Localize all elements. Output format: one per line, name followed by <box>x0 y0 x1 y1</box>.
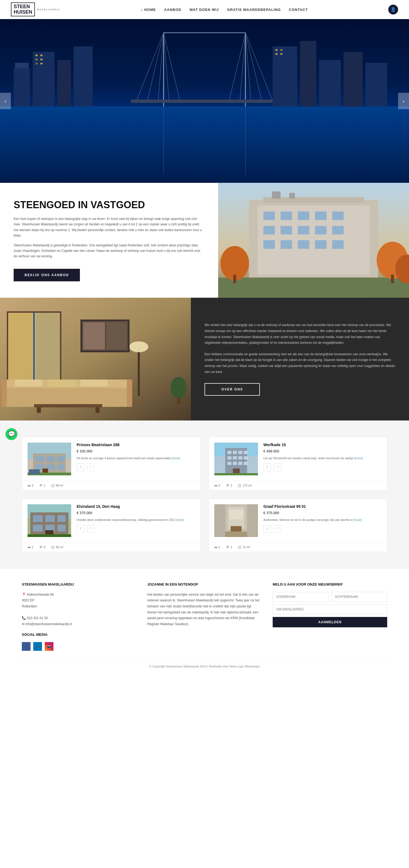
footer-address-line1: Aelbrechtskade 66 <box>27 593 54 596</box>
hero-prev-icon: ‹ <box>5 98 6 104</box>
svg-rect-51 <box>263 240 275 249</box>
over-ons-paragraph2: Een heldere communicatie en goede samenw… <box>205 351 395 375</box>
hero-overlay <box>0 19 409 183</box>
listing-desc-3: Ontdek deze schitterende maisonettewonin… <box>77 518 195 523</box>
svg-rect-43 <box>298 212 309 220</box>
listing-more-4[interactable]: [more] <box>353 518 362 522</box>
listing-desc-4: Authentiek, sfeervol en tot in de puntje… <box>263 518 381 523</box>
footer-email-link[interactable]: info@steenhuisenmakelaardij.nl <box>25 622 72 626</box>
email-icon: ✉ <box>22 622 25 626</box>
svg-rect-69 <box>7 311 8 388</box>
listing-title-4: Graaf Florisstraat 95 01 <box>263 504 381 508</box>
nav-item-home[interactable]: ⌂ HOME <box>140 7 156 12</box>
newsletter-email-input[interactable] <box>273 604 387 614</box>
footer-grid: STEENHUISEN MAKELAARDIJ 📍 Aelbrechtskade… <box>22 582 387 651</box>
phone-icon: 📞 <box>22 616 26 620</box>
user-icon: 👤 <box>390 7 396 12</box>
logo[interactable]: STEEN HUISEN MAKELAARDIJ <box>11 2 60 17</box>
steengoed-cta-button[interactable]: BEKIJK ONS AANBOD <box>13 269 80 281</box>
user-account-button[interactable]: 👤 <box>388 5 398 14</box>
over-ons-image <box>0 298 191 421</box>
footer-about-text: Het bieden van persoonlijke service van … <box>147 592 262 627</box>
listing-more-2[interactable]: [more] <box>354 457 363 460</box>
logo-box: STEEN HUISEN <box>11 2 35 17</box>
hero-next-button[interactable]: › <box>398 93 409 109</box>
nav-link-home[interactable]: ⌂ HOME <box>140 8 156 12</box>
listing-more-1[interactable]: [more] <box>172 457 180 460</box>
logo-line2: HUISEN <box>13 9 32 15</box>
over-ons-cta-button[interactable]: OVER ONS <box>205 383 260 396</box>
listing-desc-1: Dit lichte en zonnige 4-kamer appartemen… <box>77 456 195 461</box>
listing-favorite-3[interactable]: ♡ <box>87 525 95 533</box>
svg-point-82 <box>129 341 148 352</box>
footer-copyright: © Copyright Steenhuisen Makelaardij 2023… <box>22 659 387 668</box>
listing-area-4: ⬜ 72 m² <box>238 546 250 549</box>
hero-prev-button[interactable]: ‹ <box>0 93 11 109</box>
steengoed-content: STEENGOED IN VASTGOED Een huis kopen of … <box>0 183 218 298</box>
nav-item-waardebepaling[interactable]: GRATIS WAARDEBEPALING <box>227 7 281 12</box>
listing-favorite-1[interactable]: ♡ <box>87 463 95 471</box>
listing-share-2[interactable]: ⤴ <box>263 463 271 471</box>
linkedin-button[interactable]: in <box>33 642 42 651</box>
svg-rect-97 <box>58 456 64 462</box>
facebook-button[interactable]: f <box>22 642 31 651</box>
listing-favorite-4[interactable]: ♡ <box>274 525 281 533</box>
listings-grid: Prinses Beatrixlaan 288 € 335.000 Dit li… <box>22 437 387 552</box>
nav-label-waardebepaling: GRATIS WAARDEBEPALING <box>227 8 281 12</box>
listing-share-3[interactable]: ⤴ <box>77 525 84 533</box>
footer-newsletter-heading: MELD U AAN VOOR ONZE NIEUWSBRIEF <box>273 582 387 586</box>
nav-link-aanbod[interactable]: AANBOD <box>164 8 181 12</box>
svg-rect-127 <box>33 525 42 532</box>
listing-card-1: Prinses Beatrixlaan 288 € 335.000 Dit li… <box>22 437 200 490</box>
listing-share-4[interactable]: ⤴ <box>263 525 271 533</box>
footer-about: JOZANNE IN EEN NOTENDOP Het bieden van p… <box>147 582 262 651</box>
nav-item-wat-doen-wij[interactable]: WAT DOEN WIJ <box>190 7 219 12</box>
listing-more-3[interactable]: [more] <box>175 518 183 522</box>
navigation: STEEN HUISEN MAKELAARDIJ ⌂ HOME AANBOD W… <box>0 0 409 19</box>
footer-address-line3: Rotterdam <box>22 604 37 608</box>
newsletter-lastname-input[interactable] <box>331 592 387 602</box>
svg-rect-50 <box>332 226 344 235</box>
nav-link-wat-doen-wij[interactable]: WAT DOEN WIJ <box>190 8 219 12</box>
listing-beds-4: 🛏 2 <box>214 546 220 549</box>
svg-rect-100 <box>58 464 64 470</box>
svg-rect-56 <box>218 278 409 298</box>
svg-rect-76 <box>1 379 7 407</box>
instagram-button[interactable]: 📷 <box>45 642 54 651</box>
nav-item-aanbod[interactable]: AANBOD <box>164 7 181 12</box>
svg-rect-109 <box>238 451 242 454</box>
listing-info-4: Graaf Florisstraat 95 01 € 375.000 Authe… <box>258 504 381 537</box>
newsletter-subscribe-button[interactable]: AANMELDEN <box>273 617 387 627</box>
nav-link-contact[interactable]: CONTACT <box>289 8 308 12</box>
svg-rect-124 <box>33 515 42 522</box>
svg-rect-131 <box>28 534 71 537</box>
whatsapp-button[interactable]: 💬 <box>5 428 18 440</box>
svg-rect-41 <box>263 212 275 220</box>
listing-meta-3: 🛏 2 🚿 0 ⬜ 90 m² <box>22 542 200 552</box>
listing-thumb-2 <box>214 443 258 475</box>
nav-label-contact: CONTACT <box>289 8 308 12</box>
listing-share-1[interactable]: ⤴ <box>77 463 84 471</box>
listing-baths-3: 🚿 0 <box>39 546 45 549</box>
listing-desc-2: Let op! Dit betreft een bieden vanaf pri… <box>263 456 381 461</box>
svg-rect-125 <box>45 515 55 522</box>
svg-rect-74 <box>1 385 132 407</box>
svg-rect-114 <box>244 456 248 460</box>
nav-links: ⌂ HOME AANBOD WAT DOEN WIJ GRATIS WAARDE… <box>140 7 308 12</box>
newsletter-firstname-input[interactable] <box>273 592 329 602</box>
svg-rect-52 <box>280 240 292 249</box>
footer-company: STEENHUISEN MAKELAARDIJ 📍 Aelbrechtskade… <box>22 582 136 651</box>
nav-link-waardebepaling[interactable]: GRATIS WAARDEBEPALING <box>227 8 281 12</box>
svg-rect-55 <box>332 240 344 249</box>
svg-rect-81 <box>138 347 140 396</box>
nav-label-aanbod: AANBOD <box>164 8 181 12</box>
svg-rect-60 <box>391 275 394 283</box>
map-icon: 📍 <box>22 593 26 596</box>
listing-image-2 <box>214 443 258 475</box>
svg-rect-118 <box>244 462 248 465</box>
svg-rect-83 <box>34 404 102 407</box>
listing-area-1: ⬜ 89 m² <box>51 484 63 487</box>
listing-favorite-2[interactable]: ♡ <box>274 463 281 471</box>
whatsapp-icon: 💬 <box>8 431 15 438</box>
nav-item-contact[interactable]: CONTACT <box>289 7 308 12</box>
